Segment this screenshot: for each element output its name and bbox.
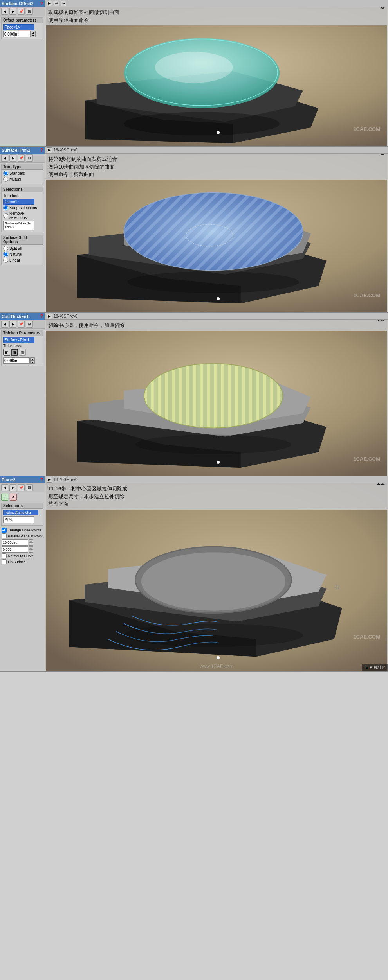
offset-input[interactable] [3, 31, 31, 37]
a-spinner-down[interactable]: ▼ [29, 542, 33, 546]
tb9-btn1[interactable]: ▶ [47, 147, 52, 153]
group-title-thicken: Thicken Parameters [2, 330, 43, 336]
close-icon-8[interactable]: ? [40, 1, 43, 6]
radio-natural-input[interactable] [3, 252, 8, 257]
surface-trim-field[interactable]: Surface-Offset2-Trim0 [3, 221, 34, 230]
section-10: Cut-Thicken1 ? ◀ ▶ 📌 ⊞ Thicken Parameter… [0, 313, 388, 476]
radio-split-all-input[interactable] [3, 246, 8, 251]
cancel-btn[interactable]: ✗ [10, 494, 17, 501]
toolbar-10: ◀ ▶ 📌 ⊞ [0, 320, 45, 329]
accept-cancel-row: ✓ ✗ [0, 492, 45, 502]
point-field[interactable]: Point7@Sketch3 [3, 510, 38, 515]
sidebar-10: Cut-Thicken1 ? ◀ ▶ 📌 ⊞ Thicken Parameter… [0, 313, 45, 476]
back-btn-8[interactable]: ◀ [1, 8, 8, 15]
dot-marker-11 [217, 656, 220, 659]
dir1-btn[interactable]: ◧ [3, 349, 10, 356]
face-field[interactable]: Face<1> [3, 24, 34, 30]
d-spinner-down[interactable]: ▼ [29, 549, 33, 553]
close-icon-11[interactable]: ? [40, 477, 43, 483]
scene-11: 右 [45, 483, 388, 671]
cb-on-surface: On Surface [2, 559, 43, 564]
instruction-11: 11-16步，将中心圆区域拉伸切除成 形至规定尺寸，本步建立拉伸切除 草图平面 [45, 483, 388, 510]
cb-through-lines: Through Lines/Points [2, 528, 43, 533]
thickness-input[interactable] [3, 357, 30, 364]
both-btn[interactable]: ◫ [19, 349, 26, 356]
dist-spinner[interactable]: ▲ ▼ [29, 546, 33, 553]
instr-line3-11: 草图平面 [48, 500, 385, 508]
tb10-btn1[interactable]: ▶ [47, 314, 52, 319]
spinner-down[interactable]: ▼ [31, 34, 36, 37]
angle-input[interactable] [2, 539, 28, 546]
spinner-up[interactable]: ▲ [31, 31, 36, 34]
edge-field[interactable]: 右线 [3, 516, 34, 523]
radio-remove-input[interactable] [3, 213, 8, 218]
instr-line2-8: 使用等距曲面命令 [48, 16, 385, 24]
expand-btn-11[interactable]: ⊞ [26, 484, 33, 491]
thickness-icons: ◧ ◨ ◫ [3, 349, 42, 356]
accept-btn[interactable]: ✓ [1, 494, 8, 501]
d-spinner-up[interactable]: ▲ [29, 546, 33, 549]
back-btn-10[interactable]: ◀ [1, 321, 8, 328]
pin-btn-10[interactable]: 📌 [18, 321, 25, 328]
expand-btn-10[interactable]: ⊞ [26, 321, 33, 328]
dist-input[interactable] [2, 546, 28, 553]
pin-btn-8[interactable]: 📌 [18, 8, 25, 15]
a-spinner-up[interactable]: ▲ [29, 539, 33, 542]
watermark-11: 1CAE.COM [353, 634, 380, 640]
radio-standard-input[interactable] [3, 171, 8, 176]
section-9: Surface-Trim1 ? ◀ ▶ 📌 ⊞ Trim Type Standa… [0, 147, 388, 313]
tb9-label: 18-40SF rev0 [54, 148, 78, 152]
close-icon-10[interactable]: ? [40, 314, 43, 319]
toolbar-9: ◀ ▶ 📌 ⊞ [0, 154, 45, 163]
svg-point-32 [135, 435, 291, 454]
radio-keep-input[interactable] [3, 205, 8, 210]
radio-linear-input[interactable] [3, 258, 8, 263]
expand-btn-9[interactable]: ⊞ [26, 154, 33, 162]
tb11-btn1[interactable]: ▶ [47, 477, 52, 483]
dir2-btn[interactable]: ◨ [11, 349, 18, 356]
radio-linear: Linear [3, 258, 42, 263]
surface-trim1-field[interactable]: Surface-Trim1 [3, 337, 34, 343]
group-selections-9: Selections Trim tool: Curve1 Keep select… [1, 187, 43, 232]
tb11-label: 18-40SF rev0 [54, 477, 78, 482]
fwd-btn-10[interactable]: ▶ [9, 321, 16, 328]
pin-btn-9[interactable]: 📌 [18, 154, 25, 162]
back-btn-9[interactable]: ◀ [1, 154, 8, 162]
offset-spinner[interactable]: ▲ ▼ [31, 31, 36, 37]
group-title-sel9: Selections [2, 187, 43, 192]
instr-line2-9: 做第10步曲面加厚切除的曲面 [48, 163, 385, 171]
cb-normal-input[interactable] [2, 553, 7, 558]
group-title-split: Surface Split Options [2, 235, 43, 245]
main-area-8: ▶ ↩ ↪ [45, 0, 388, 146]
site-url: www.1CAE.com [200, 664, 233, 669]
tb-btn3[interactable]: ↪ [61, 1, 66, 6]
group-content-sel9: Trim tool: Curve1 Keep selections Remove… [2, 192, 43, 232]
radio-remove: Remove selections [3, 211, 42, 220]
cb-parallel-input[interactable] [2, 533, 7, 538]
radio-split-all-label: Split all [9, 246, 22, 251]
cb-through-lines-input[interactable] [2, 528, 7, 533]
curve-field[interactable]: Curve1 [3, 199, 34, 205]
angle-spinner[interactable]: ▲ ▼ [29, 539, 33, 546]
pin-btn-11[interactable]: 📌 [18, 484, 25, 491]
thickness-spinner[interactable]: ▲ ▼ [30, 357, 35, 364]
tb-btn1[interactable]: ▶ [47, 1, 52, 6]
t-spinner-up[interactable]: ▲ [30, 357, 35, 361]
svg-text:右: 右 [334, 583, 340, 590]
back-btn-11[interactable]: ◀ [1, 484, 8, 491]
radio-mutual-input[interactable] [3, 177, 8, 182]
group-offset-8: Offset parameters Face<1> ▲ ▼ [1, 17, 43, 39]
close-icon-9[interactable]: ? [40, 147, 43, 153]
cb-surface-input[interactable] [2, 559, 7, 564]
radio-keep: Keep selections [3, 205, 42, 210]
tb-btn2[interactable]: ↩ [54, 1, 59, 6]
radio-natural: Natural [3, 252, 42, 257]
fwd-btn-9[interactable]: ▶ [9, 154, 16, 162]
social-label: 机械社区 [370, 665, 386, 669]
t-spinner-down[interactable]: ▼ [30, 361, 35, 364]
main-area-9: ▶ 18-40SF rev0 [45, 147, 388, 312]
fwd-btn-11[interactable]: ▶ [9, 484, 16, 491]
group-thicken: Thicken Parameters Surface-Trim1 Thickne… [1, 330, 43, 366]
expand-btn-8[interactable]: ⊞ [26, 8, 33, 15]
fwd-btn-8[interactable]: ▶ [9, 8, 16, 15]
